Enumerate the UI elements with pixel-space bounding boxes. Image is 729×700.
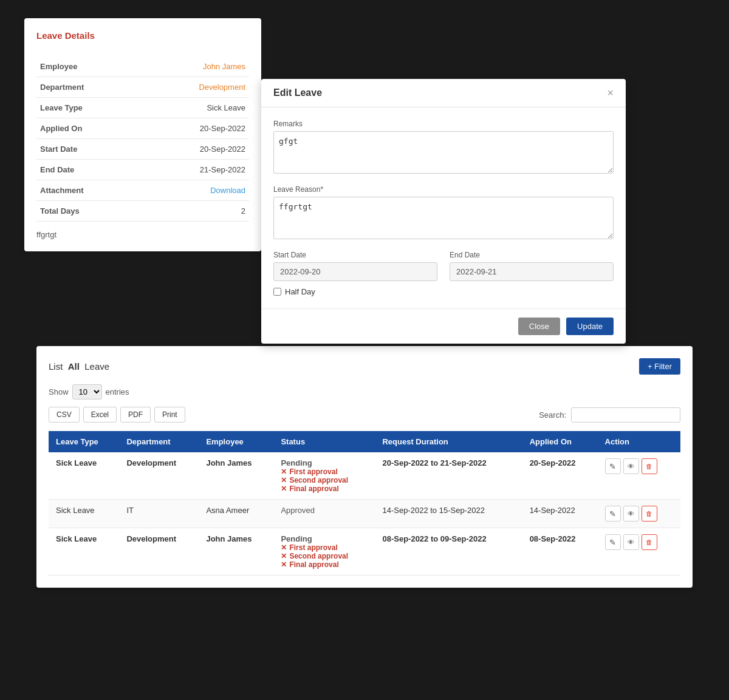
date-row: Start Date End Date — [273, 251, 614, 281]
cell-employee: John James — [199, 452, 273, 500]
half-day-label: Half Day — [285, 287, 315, 296]
status-item: ✕Second approval — [281, 552, 368, 560]
cell-applied-on: 08-Sep-2022 — [522, 528, 598, 576]
col-employee: Employee — [199, 431, 273, 452]
table-row: Sick LeaveDevelopmentJohn JamesPending✕F… — [49, 528, 680, 576]
close-modal-button[interactable]: Close — [518, 318, 560, 335]
leave-details-table: EmployeeJohn JamesDepartmentDevelopmentL… — [36, 56, 249, 222]
view-button[interactable]: 👁 — [623, 534, 639, 550]
update-button[interactable]: Update — [566, 318, 614, 335]
show-label: Show — [49, 387, 69, 396]
start-date-col: Start Date — [273, 251, 437, 281]
status-item: ✕Final approval — [281, 484, 368, 493]
cell-action: ✎👁🗑 — [598, 528, 680, 576]
half-day-checkbox[interactable] — [273, 288, 281, 296]
start-date-label: Start Date — [273, 251, 437, 259]
cell-employee: Asna Ameer — [199, 500, 273, 528]
modal-close-button[interactable]: × — [607, 87, 614, 98]
list-title-prefix: List — [49, 361, 63, 372]
modal-title: Edit Leave — [273, 87, 322, 98]
export-buttons: CSVExcelPDFPrint — [49, 407, 185, 423]
table-row: Sick LeaveITAsna AmeerApproved14-Sep-202… — [49, 500, 680, 528]
list-header: List All Leave + Filter — [49, 358, 680, 375]
leave-details-card: Leave Details EmployeeJohn JamesDepartme… — [24, 18, 261, 251]
end-date-label: End Date — [450, 251, 614, 259]
cell-department: Development — [119, 452, 199, 500]
cell-duration: 20-Sep-2022 to 21-Sep-2022 — [375, 452, 522, 500]
cell-applied-on: 20-Sep-2022 — [522, 452, 598, 500]
entries-label: entries — [106, 387, 129, 396]
status-item: ✕Second approval — [281, 476, 368, 484]
cell-department: IT — [119, 500, 199, 528]
modal-header: Edit Leave × — [261, 79, 626, 107]
search-input[interactable] — [571, 407, 680, 423]
remarks-textarea[interactable]: gfgt — [273, 131, 614, 174]
leave-table-body: Sick LeaveDevelopmentJohn JamesPending✕F… — [49, 452, 680, 576]
col-leave-type: Leave Type — [49, 431, 119, 452]
entries-select[interactable]: 10 25 50 — [72, 384, 102, 399]
cell-status: Approved — [273, 500, 375, 528]
remarks-group: Remarks gfgt — [273, 120, 614, 175]
cell-leave-type: Sick Leave — [49, 500, 119, 528]
modal-body: Remarks gfgt Leave Reason* ffgrtgt Start… — [261, 107, 626, 308]
leave-details-title: Leave Details — [36, 30, 249, 46]
export-btn-print[interactable]: Print — [154, 407, 185, 423]
modal-footer: Close Update — [261, 308, 626, 344]
cell-duration: 14-Sep-2022 to 15-Sep-2022 — [375, 500, 522, 528]
col-action: Action — [598, 431, 680, 452]
export-btn-excel[interactable]: Excel — [83, 407, 117, 423]
half-day-group: Half Day — [273, 287, 614, 296]
cell-leave-type: Sick Leave — [49, 452, 119, 500]
leave-table-head: Leave TypeDepartmentEmployeeStatusReques… — [49, 431, 680, 452]
col-status: Status — [273, 431, 375, 452]
table-row: Sick LeaveDevelopmentJohn JamesPending✕F… — [49, 452, 680, 500]
col-applied-on: Applied On — [522, 431, 598, 452]
leave-list-section: List All Leave + Filter Show 10 25 50 en… — [36, 346, 693, 588]
remarks-label: Remarks — [273, 120, 614, 128]
edit-button[interactable]: ✎ — [605, 534, 621, 550]
edit-button[interactable]: ✎ — [605, 506, 621, 522]
col-department: Department — [119, 431, 199, 452]
search-row: Search: — [539, 407, 680, 423]
leave-reason-group: Leave Reason* ffgrtgt — [273, 185, 614, 241]
cell-department: Development — [119, 528, 199, 576]
filter-button[interactable]: + Filter — [639, 358, 680, 375]
delete-button[interactable]: 🗑 — [642, 534, 657, 550]
end-date-input[interactable] — [450, 262, 614, 281]
search-label: Search: — [539, 410, 566, 420]
cell-applied-on: 14-Sep-2022 — [522, 500, 598, 528]
col-request-duration: Request Duration — [375, 431, 522, 452]
start-date-input[interactable] — [273, 262, 437, 281]
cell-status: Pending✕First approval✕Second approval✕F… — [273, 452, 375, 500]
cell-status: Pending✕First approval✕Second approval✕F… — [273, 528, 375, 576]
cell-action: ✎👁🗑 — [598, 452, 680, 500]
delete-button[interactable]: 🗑 — [642, 506, 657, 522]
cell-duration: 08-Sep-2022 to 09-Sep-2022 — [375, 528, 522, 576]
leave-reason-label: Leave Reason* — [273, 185, 614, 194]
edit-leave-modal: Edit Leave × Remarks gfgt Leave Reason* … — [261, 79, 626, 344]
entries-row: Show 10 25 50 entries — [49, 384, 680, 399]
leave-table: Leave TypeDepartmentEmployeeStatusReques… — [49, 431, 680, 576]
list-title: List All Leave — [49, 361, 109, 372]
leave-reason-textarea[interactable]: ffgrtgt — [273, 197, 614, 239]
list-title-suffix: Leave — [84, 361, 109, 372]
cell-action: ✎👁🗑 — [598, 500, 680, 528]
cell-leave-type: Sick Leave — [49, 528, 119, 576]
delete-button[interactable]: 🗑 — [642, 458, 657, 474]
status-item: ✕First approval — [281, 543, 368, 552]
export-row: CSVExcelPDFPrint Search: — [49, 407, 680, 423]
leave-details-remarks: ffgrtgt — [36, 230, 249, 239]
list-title-bold: All — [68, 361, 80, 372]
export-btn-csv[interactable]: CSV — [49, 407, 80, 423]
export-btn-pdf[interactable]: PDF — [120, 407, 151, 423]
end-date-col: End Date — [450, 251, 614, 281]
edit-button[interactable]: ✎ — [605, 458, 621, 474]
cell-employee: John James — [199, 528, 273, 576]
status-item: ✕First approval — [281, 467, 368, 476]
status-item: ✕Final approval — [281, 560, 368, 569]
view-button[interactable]: 👁 — [623, 506, 639, 522]
view-button[interactable]: 👁 — [623, 458, 639, 474]
